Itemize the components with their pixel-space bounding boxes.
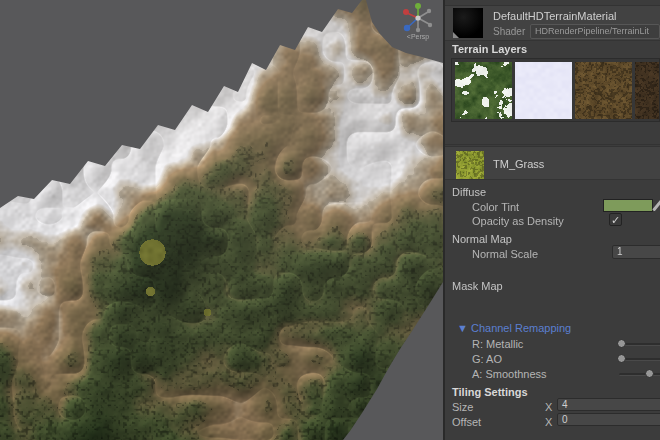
- remap-g-slider[interactable]: [619, 353, 660, 364]
- tiling-size-x-input[interactable]: 4: [557, 398, 660, 411]
- selected-layer-thumbnail[interactable]: [456, 151, 484, 179]
- layer-thumbnail-darkdirt[interactable]: [635, 62, 660, 119]
- channel-remapping-foldout[interactable]: ▼ Channel Remapping: [457, 322, 571, 334]
- slider-handle[interactable]: [645, 369, 654, 378]
- tiling-offset-axis-label: X: [545, 416, 552, 428]
- normal-map-section-title: Normal Map: [452, 233, 512, 245]
- shader-dropdown[interactable]: HDRenderPipeline/TerrainLit: [530, 24, 660, 39]
- remap-g-label: G: AO: [472, 353, 502, 365]
- slider-handle[interactable]: [617, 339, 626, 348]
- scene-viewport[interactable]: <Persp: [0, 0, 443, 440]
- diffuse-section-title: Diffuse: [452, 186, 486, 198]
- tiling-size-axis-label: X: [545, 401, 552, 413]
- mask-map-section-title: Mask Map: [452, 280, 503, 292]
- color-tint-swatch[interactable]: [603, 199, 653, 212]
- unity-editor-window: <Persp DefaultHDTerrainMaterial Shader H…: [0, 0, 660, 440]
- preview-expand-handle[interactable]: [453, 32, 459, 38]
- tiling-offset-label: Offset: [452, 416, 481, 428]
- material-preview-thumbnail[interactable]: [453, 8, 483, 38]
- terrain-render[interactable]: [0, 0, 443, 440]
- opacity-as-density-label: Opacity as Density: [472, 215, 564, 227]
- separator: [445, 144, 660, 145]
- normal-scale-label: Normal Scale: [472, 248, 538, 260]
- remap-a-slider[interactable]: [619, 368, 660, 379]
- inspector-panel: DefaultHDTerrainMaterial Shader HDRender…: [443, 0, 660, 440]
- material-name: DefaultHDTerrainMaterial: [493, 10, 617, 22]
- remap-r-slider[interactable]: [619, 338, 660, 349]
- terrain-layer-palette: [451, 58, 660, 122]
- channel-remapping-title: Channel Remapping: [471, 322, 571, 334]
- tiling-size-label: Size: [452, 401, 473, 413]
- selected-layer-name: TM_Grass: [493, 158, 544, 170]
- color-tint-label: Color Tint: [472, 201, 519, 213]
- terrain-layers-title: Terrain Layers: [452, 43, 527, 55]
- layer-thumbnail-snow[interactable]: [515, 62, 572, 119]
- slider-handle[interactable]: [617, 354, 626, 363]
- eyedropper-icon[interactable]: [652, 200, 660, 212]
- gizmo-perspective-label[interactable]: <Persp: [394, 33, 442, 40]
- layer-thumbnail-dirt[interactable]: [575, 62, 632, 119]
- remap-r-label: R: Metallic: [472, 338, 523, 350]
- tiling-offset-x-input[interactable]: 0: [557, 413, 660, 426]
- remap-a-label: A: Smoothness: [472, 368, 547, 380]
- slider-track[interactable]: [619, 373, 660, 376]
- scene-orientation-gizmo[interactable]: [398, 1, 438, 35]
- shader-label: Shader: [493, 26, 525, 37]
- opacity-as-density-checkbox[interactable]: ✓: [609, 213, 622, 226]
- foldout-triangle-icon: ▼: [457, 322, 468, 334]
- normal-scale-input[interactable]: 1: [612, 245, 660, 259]
- layer-thumbnail-grass[interactable]: [455, 62, 512, 119]
- tiling-settings-title: Tiling Settings: [452, 386, 528, 398]
